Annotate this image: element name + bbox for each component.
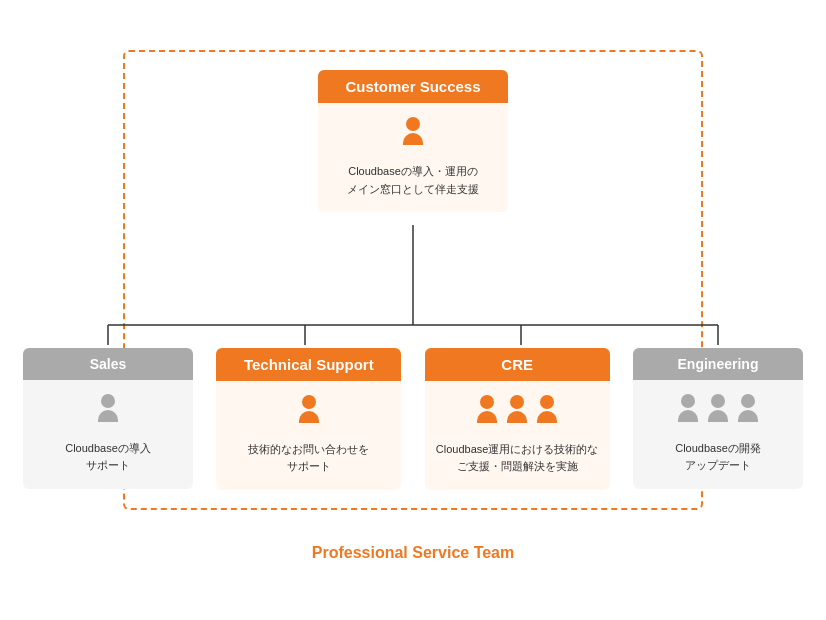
eng-person-icon-3 xyxy=(734,394,762,430)
icon-head xyxy=(510,395,524,409)
engineering-header: Engineering xyxy=(633,348,803,380)
icon-body xyxy=(403,133,423,145)
customer-success-card: Customer Success Cloudbaseの導入・運用の メイン窓口と… xyxy=(318,70,508,212)
person-icon xyxy=(399,117,427,153)
icon-body xyxy=(477,411,497,423)
icon-body xyxy=(678,410,698,422)
icon-head xyxy=(480,395,494,409)
technical-support-body: 技術的なお問い合わせを サポート xyxy=(216,381,401,490)
icon-body xyxy=(507,411,527,423)
customer-success-body: Cloudbaseの導入・運用の メイン窓口として伴走支援 xyxy=(318,103,508,212)
cre-person-icon-2 xyxy=(503,395,531,431)
engineering-text: Cloudbaseの開発 アップデート xyxy=(643,440,793,475)
icon-head xyxy=(540,395,554,409)
icon-head xyxy=(681,394,695,408)
professional-service-team-label: Professional Service Team xyxy=(312,544,514,562)
icon-head xyxy=(406,117,420,131)
technical-support-text: 技術的なお問い合わせを サポート xyxy=(226,441,391,476)
customer-success-icons xyxy=(328,117,498,153)
tech-person-icon xyxy=(295,395,323,431)
icon-body xyxy=(98,410,118,422)
sales-header: Sales xyxy=(23,348,193,380)
technical-support-icons xyxy=(226,395,391,431)
icon-body xyxy=(299,411,319,423)
icon-head xyxy=(101,394,115,408)
bottom-cards-row: Sales Cloudbaseの導入 サポート Technical Suppor… xyxy=(23,348,803,490)
cre-person-icon-1 xyxy=(473,395,501,431)
icon-body xyxy=(738,410,758,422)
sales-body: Cloudbaseの導入 サポート xyxy=(23,380,193,489)
customer-success-header: Customer Success xyxy=(318,70,508,103)
cre-person-icon-3 xyxy=(533,395,561,431)
sales-text: Cloudbaseの導入 サポート xyxy=(33,440,183,475)
technical-support-card: Technical Support 技術的なお問い合わせを サポート xyxy=(216,348,401,490)
cre-card: CRE C xyxy=(425,348,610,490)
sales-card: Sales Cloudbaseの導入 サポート xyxy=(23,348,193,489)
eng-person-icon-1 xyxy=(674,394,702,430)
icon-head xyxy=(711,394,725,408)
icon-body xyxy=(708,410,728,422)
cre-text: Cloudbase運用における技術的な ご支援・問題解決を実施 xyxy=(435,441,600,476)
engineering-icons xyxy=(643,394,793,430)
sales-icons xyxy=(33,394,183,430)
engineering-body: Cloudbaseの開発 アップデート xyxy=(633,380,803,489)
icon-head xyxy=(302,395,316,409)
diagram-container: Customer Success Cloudbaseの導入・運用の メイン窓口と… xyxy=(23,30,803,590)
icon-body xyxy=(537,411,557,423)
eng-person-icon-2 xyxy=(704,394,732,430)
cre-body: Cloudbase運用における技術的な ご支援・問題解決を実施 xyxy=(425,381,610,490)
engineering-card: Engineering xyxy=(633,348,803,489)
customer-success-text: Cloudbaseの導入・運用の メイン窓口として伴走支援 xyxy=(328,163,498,198)
sales-person-icon xyxy=(94,394,122,430)
cre-icons xyxy=(435,395,600,431)
technical-support-header: Technical Support xyxy=(216,348,401,381)
cre-header: CRE xyxy=(425,348,610,381)
icon-head xyxy=(741,394,755,408)
